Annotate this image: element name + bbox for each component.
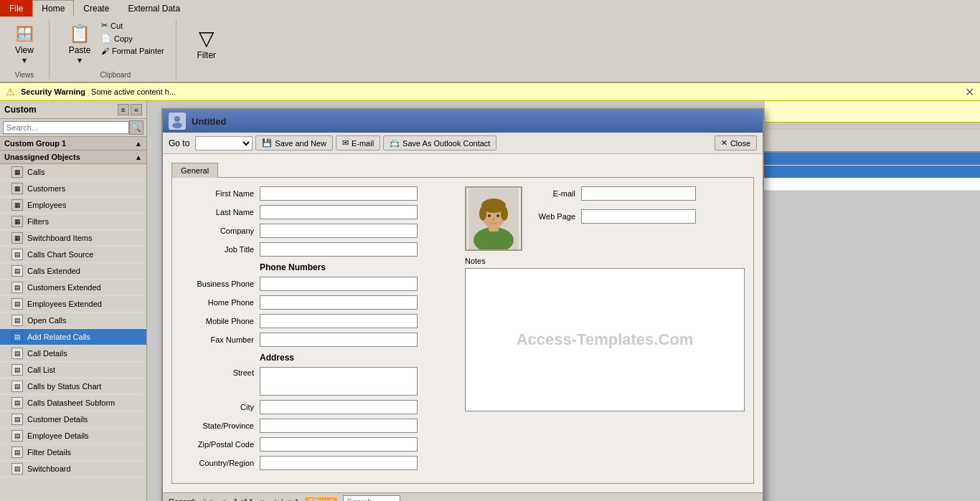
calls-icon: ▦ xyxy=(11,166,23,178)
sidebar-item-switchboard-items[interactable]: ▦ Switchboard Items xyxy=(0,230,146,247)
sidebar-item-customers-extended[interactable]: ▤ Customers Extended xyxy=(0,280,146,296)
svg-point-0 xyxy=(174,116,180,122)
sidebar-item-calls-datasheet-subform[interactable]: ▤ Calls Datasheet Subform xyxy=(0,395,146,411)
sidebar-item-call-details[interactable]: ▤ Call Details xyxy=(0,345,146,362)
street-input[interactable] xyxy=(260,367,418,396)
tab-file[interactable]: File xyxy=(0,0,32,16)
email-input[interactable] xyxy=(581,186,696,201)
sidebar-collapse-button[interactable]: « xyxy=(131,104,142,115)
view-button[interactable]: 🪟 View ▾ xyxy=(9,19,40,68)
filter-button[interactable]: ▽ Filter xyxy=(191,24,222,63)
first-name-label: First Name xyxy=(181,189,260,198)
sidebar-item-call-list-label: Call List xyxy=(27,366,55,374)
sidebar-item-open-calls-label: Open Calls xyxy=(27,316,66,325)
state-row: State/Province xyxy=(181,419,453,433)
sidebar-group2-header[interactable]: Unassigned Objects ▲ xyxy=(0,151,146,164)
sidebar-item-filters[interactable]: ▦ Filters xyxy=(0,214,146,230)
format-painter-button[interactable]: 🖌 Format Painter xyxy=(98,45,167,57)
first-name-input[interactable] xyxy=(260,186,418,201)
last-name-input[interactable] xyxy=(260,205,418,219)
sidebar-item-filter-details[interactable]: ▤ Filter Details xyxy=(0,444,146,461)
fax-number-input[interactable] xyxy=(260,333,418,347)
street-label: Street xyxy=(181,367,260,377)
save-and-new-button[interactable]: 💾 Save and New xyxy=(255,135,333,151)
sidebar-title: Custom xyxy=(4,105,37,115)
security-warning-close[interactable]: ✕ xyxy=(965,85,974,99)
business-phone-label: Business Phone xyxy=(181,280,260,288)
sidebar-item-employee-details[interactable]: ▤ Employee Details xyxy=(0,428,146,444)
tab-create[interactable]: Create xyxy=(74,0,118,16)
content-area: ID Resolved Time ▼ ▼ Opened By ▼ ▼ � xyxy=(147,101,980,501)
sidebar-search-input[interactable] xyxy=(3,121,129,134)
zip-row: Zip/Postal Code xyxy=(181,437,453,452)
country-label: Country/Region xyxy=(181,459,260,467)
sidebar-item-filters-label: Filters xyxy=(27,217,49,226)
contact-icon-svg xyxy=(170,114,184,128)
email-button[interactable]: ✉ E-mail xyxy=(336,135,380,151)
company-input[interactable] xyxy=(260,224,418,238)
cut-icon: ✂ xyxy=(101,21,108,30)
save-new-icon: 💾 xyxy=(262,138,272,148)
save-as-outlook-button[interactable]: 📇 Save As Outlook Contact xyxy=(383,135,496,151)
sidebar-item-calls-chart-source[interactable]: ▤ Calls Chart Source xyxy=(0,247,146,263)
sidebar-item-open-calls[interactable]: ▤ Open Calls xyxy=(0,312,146,329)
sidebar-menu-button[interactable]: ≡ xyxy=(118,104,129,115)
business-phone-input[interactable] xyxy=(260,277,418,291)
city-input[interactable] xyxy=(260,400,418,414)
tab-external-data[interactable]: External Data xyxy=(118,0,189,16)
copy-button[interactable]: 📄 Copy xyxy=(98,32,167,44)
home-phone-input[interactable] xyxy=(260,295,418,310)
ribbon-tabs: File Home Create External Data xyxy=(0,0,980,16)
close-button[interactable]: ✕ Close xyxy=(715,135,757,151)
form-columns: First Name Last Name Company xyxy=(181,186,745,474)
tab-home[interactable]: Home xyxy=(32,0,74,17)
web-page-input[interactable] xyxy=(581,209,696,224)
country-input[interactable] xyxy=(260,456,418,470)
ribbon-views-items: 🪟 View ▾ xyxy=(9,19,40,68)
state-input[interactable] xyxy=(260,419,418,433)
sidebar-item-add-related-calls[interactable]: ▤ Add Related Calls xyxy=(0,329,146,345)
city-label: City xyxy=(181,403,260,411)
record-search-input[interactable] xyxy=(343,495,400,501)
sidebar-item-calls-extended[interactable]: ▤ Calls Extended xyxy=(0,263,146,280)
sidebar-item-switchboard[interactable]: ▤ Switchboard xyxy=(0,461,146,477)
svg-point-11 xyxy=(492,218,495,220)
sidebar-item-calls-chart-source-label: Calls Chart Source xyxy=(27,250,93,259)
search-bar: 🔍 xyxy=(0,119,146,137)
general-tab[interactable]: General xyxy=(171,163,218,178)
sidebar-item-customers[interactable]: ▦ Customers xyxy=(0,181,146,197)
right-top-section: E-mail Web Page xyxy=(465,186,745,251)
first-name-row: First Name xyxy=(181,186,453,201)
zip-input[interactable] xyxy=(260,437,418,452)
sidebar-item-customer-details[interactable]: ▤ Customer Details xyxy=(0,411,146,428)
main-layout: Custom ≡ « 🔍 Custom Group 1 ▲ Unassigned… xyxy=(0,101,980,501)
record-first-button[interactable]: |◄ xyxy=(202,495,215,501)
record-last-button[interactable]: ►| xyxy=(272,495,285,501)
sidebar-item-calls[interactable]: ▦ Calls xyxy=(0,164,146,181)
ribbon: File Home Create External Data 🪟 View ▾ … xyxy=(0,0,980,83)
sidebar-search-button[interactable]: 🔍 xyxy=(129,120,143,135)
calls-extended-icon: ▤ xyxy=(11,265,23,277)
sidebar-item-employees[interactable]: ▦ Employees xyxy=(0,197,146,214)
sidebar-item-calls-by-status-chart[interactable]: ▤ Calls by Status Chart xyxy=(0,378,146,395)
goto-select[interactable] xyxy=(195,136,253,151)
ribbon-group-views: 🪟 View ▾ Views xyxy=(6,19,50,79)
employee-details-icon: ▤ xyxy=(11,430,23,442)
job-title-label: Job Title xyxy=(181,245,260,254)
mobile-phone-label: Mobile Phone xyxy=(181,317,260,325)
job-title-input[interactable] xyxy=(260,242,418,257)
record-next-button[interactable]: ► xyxy=(258,495,270,501)
mobile-phone-input[interactable] xyxy=(260,314,418,328)
fax-number-label: Fax Number xyxy=(181,335,260,344)
svg-point-7 xyxy=(479,206,486,221)
cut-button[interactable]: ✂ Cut xyxy=(98,19,167,32)
paste-button[interactable]: 📋 Paste ▾ xyxy=(64,19,95,68)
sidebar-group1-header[interactable]: Custom Group 1 ▲ xyxy=(0,137,146,151)
employees-extended-icon: ▤ xyxy=(11,298,23,310)
sidebar-item-call-list[interactable]: ▤ Call List xyxy=(0,362,146,378)
notes-textarea[interactable]: Access-Templates.Com xyxy=(465,268,745,411)
sidebar-item-employees-extended[interactable]: ▤ Employees Extended xyxy=(0,296,146,312)
record-new-button[interactable]: ►* xyxy=(286,495,299,501)
sidebar-item-employee-details-label: Employee Details xyxy=(27,431,89,440)
record-prev-button[interactable]: ◄ xyxy=(217,495,230,501)
